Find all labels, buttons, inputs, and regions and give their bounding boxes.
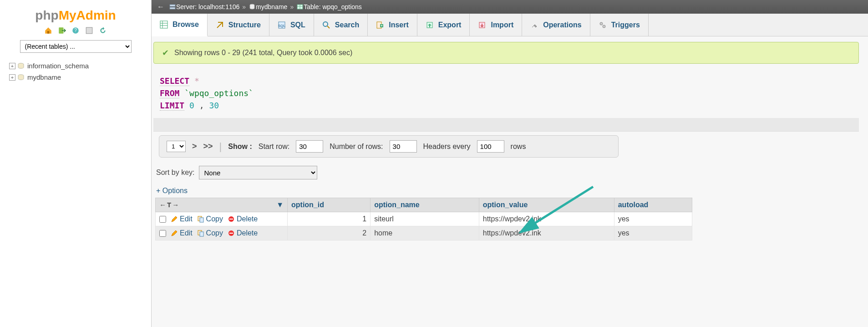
sql-icon[interactable] [85,26,93,35]
row-checkbox[interactable] [159,230,166,237]
th-autoload[interactable]: autoload [614,198,692,212]
tabs: Browse Structure SQLSQL Search +Insert E… [152,14,868,36]
tab-operations[interactable]: Operations [522,14,590,36]
tab-label: Triggers [611,21,640,29]
sql-table: `wpqo_options` [184,88,254,98]
structure-icon [216,21,224,29]
svg-rect-33 [200,232,203,236]
main: ← Server: localhost:1106 » mydbname » Ta… [152,0,868,327]
sql-star: * [194,76,199,86]
start-row-input[interactable] [296,140,323,153]
num-rows-label: Number of rows: [330,143,383,151]
tree-item-mydbname[interactable]: + mydbname [9,72,142,83]
copy-link[interactable]: Copy [197,215,223,223]
tab-browse[interactable]: Browse [152,14,208,36]
tree-item-information-schema[interactable]: + information_schema [9,60,142,72]
sql-comma: , [199,101,204,110]
logout-icon[interactable] [58,26,66,35]
headers-label: Headers every [423,143,471,151]
reload-icon[interactable] [99,26,107,35]
browse-icon [160,20,168,29]
th-option-id[interactable]: option_id [288,198,371,212]
cell-option-id: 2 [288,226,371,240]
sql-icon: SQL [278,21,286,29]
expand-icon[interactable]: + [9,74,15,81]
last-page-button[interactable]: >> [203,142,213,151]
svg-text:?: ? [74,28,77,33]
start-row-label: Start row: [259,143,289,151]
expand-icon[interactable]: + [9,63,15,69]
num-rows-input[interactable] [390,140,417,153]
search-icon [322,21,330,29]
tree-item-label: information_schema [27,62,89,70]
home-icon[interactable] [44,26,52,35]
import-icon [478,21,486,29]
tree-item-label: mydbname [27,73,61,81]
svg-rect-29 [200,218,203,222]
content: ✔ Showing rows 0 - 29 (241 total, Query … [152,36,868,240]
svg-rect-0 [47,31,50,34]
success-message: ✔ Showing rows 0 - 29 (241 total, Query … [153,42,859,64]
recent-tables-select[interactable]: (Recent tables) ... [20,40,132,53]
tab-label: Browse [173,20,199,29]
headers-input[interactable] [477,140,504,153]
database-icon [17,63,25,69]
pencil-icon [171,215,178,223]
sidebar: phpMyAdmin ? (Recent tables) ... + infor… [0,0,152,327]
tab-label: Insert [389,21,409,29]
breadcrumb-server[interactable]: Server: localhost:1106 [176,3,239,10]
tab-structure[interactable]: Structure [208,14,269,36]
sql-select: SELECT [160,76,189,86]
tab-sql[interactable]: SQLSQL [269,14,314,36]
back-arrow-icon[interactable]: ← [157,3,169,11]
sql-from: FROM [160,88,179,98]
cell-autoload: yes [614,212,692,226]
logo: phpMyAdmin [9,8,142,23]
edit-link[interactable]: Edit [171,215,193,223]
rows-suffix: rows [511,143,526,151]
sort-select[interactable]: None [199,166,317,179]
copy-link[interactable]: Copy [197,229,223,237]
tab-label: Import [491,21,513,29]
help-icon[interactable]: ? [71,26,80,35]
col-tools[interactable]: ←T→ [159,201,180,209]
quick-icons: ? [9,26,142,35]
show-label: Show : [228,143,252,151]
logo-part2: MyAdmin [59,8,116,22]
cell-option-name: home [371,226,479,240]
table-row: Edit Copy Delete 1 siteurl https://wpdev… [156,212,692,226]
tab-triggers[interactable]: Triggers [590,14,649,36]
breadcrumb-sep: » [242,3,246,10]
page-select[interactable]: 1 [167,141,186,152]
pagination-row: 1 > >> | Show : Start row: Number of row… [159,135,619,158]
th-option-name[interactable]: option_name [371,198,479,212]
breadcrumb-db[interactable]: mydbname [256,3,287,10]
options-toggle[interactable]: + Options [153,186,866,198]
svg-point-26 [600,22,603,25]
tab-label: Search [335,21,359,29]
svg-point-27 [603,25,605,28]
tab-export[interactable]: Export [417,14,470,36]
row-checkbox[interactable] [159,216,166,223]
delete-link[interactable]: Delete [228,229,258,237]
tab-insert[interactable]: +Insert [368,14,417,36]
delete-icon [228,230,235,237]
breadcrumb-table[interactable]: Table: wpqo_options [304,3,362,10]
svg-rect-35 [229,233,233,234]
pencil-icon [171,230,178,237]
insert-icon: + [376,21,384,29]
check-icon: ✔ [162,48,169,58]
tab-import[interactable]: Import [470,14,522,36]
database-icon [17,74,25,81]
delete-link[interactable]: Delete [228,215,258,223]
tab-search[interactable]: Search [314,14,368,36]
next-page-button[interactable]: > [192,142,197,151]
edit-link[interactable]: Edit [171,229,193,237]
breadcrumb-sep: » [290,3,294,10]
th-option-value[interactable]: option_value [479,198,614,212]
svg-rect-8 [170,7,175,9]
cell-option-value: https://wpdev2.ink [479,226,614,240]
server-icon [169,3,176,10]
results-table: ←T→▼ option_id option_name option_value … [155,198,692,240]
delete-icon [228,215,235,223]
